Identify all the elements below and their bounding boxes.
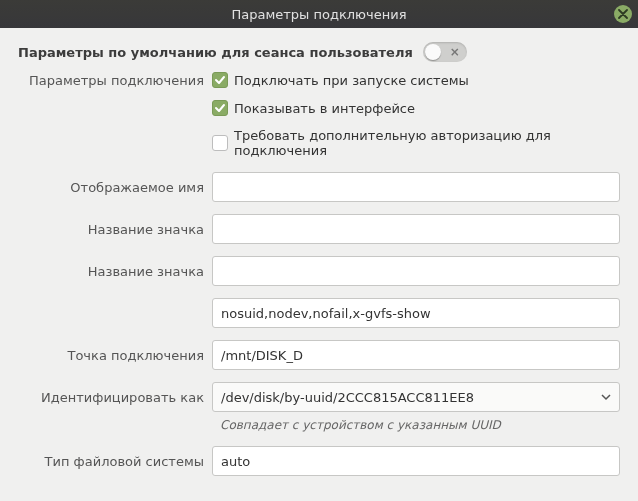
switch-off-indicator: × bbox=[450, 44, 460, 60]
show-in-ui-label[interactable]: Показывать в интерфейсе bbox=[234, 101, 415, 116]
fs-type-input[interactable] bbox=[212, 446, 620, 476]
dialog-content: Параметры по умолчанию для сеанса пользо… bbox=[0, 28, 638, 500]
mount-point-label: Точка подключения bbox=[18, 348, 212, 363]
icon-name2-label: Название значка bbox=[18, 264, 212, 279]
identify-as-label: Идентифицировать как bbox=[18, 390, 212, 405]
identify-as-combo[interactable]: /dev/disk/by-uuid/2CCC815ACC811EE8 bbox=[212, 382, 620, 412]
mount-at-startup-label[interactable]: Подключать при запуске системы bbox=[234, 73, 469, 88]
display-name-input[interactable] bbox=[212, 172, 620, 202]
check-icon bbox=[214, 102, 226, 114]
switch-knob bbox=[425, 44, 441, 60]
icon-name-label: Название значка bbox=[18, 222, 212, 237]
identify-as-value: /dev/disk/by-uuid/2CCC815ACC811EE8 bbox=[221, 390, 474, 405]
titlebar: Параметры подключения bbox=[0, 0, 638, 28]
chevron-down-icon bbox=[601, 390, 611, 405]
mount-at-startup-checkbox[interactable] bbox=[212, 72, 228, 88]
icon-name2-input[interactable] bbox=[212, 256, 620, 286]
close-icon bbox=[618, 9, 628, 19]
close-button[interactable] bbox=[614, 5, 632, 23]
identify-as-hint: Совпадает с устройством с указанным UUID bbox=[220, 418, 620, 432]
mount-point-input[interactable] bbox=[212, 340, 620, 370]
icon-name-input[interactable] bbox=[212, 214, 620, 244]
fs-type-label: Тип файловой системы bbox=[18, 454, 212, 469]
require-auth-label[interactable]: Требовать дополнительную авторизацию для… bbox=[234, 128, 620, 158]
display-name-label: Отображаемое имя bbox=[18, 180, 212, 195]
defaults-label: Параметры по умолчанию для сеанса пользо… bbox=[18, 45, 413, 60]
defaults-switch[interactable]: × bbox=[423, 42, 467, 62]
window-title: Параметры подключения bbox=[0, 7, 638, 22]
require-auth-checkbox[interactable] bbox=[212, 135, 228, 151]
check-icon bbox=[214, 74, 226, 86]
show-in-ui-checkbox[interactable] bbox=[212, 100, 228, 116]
mount-options-input[interactable] bbox=[212, 298, 620, 328]
connection-params-label: Параметры подключения bbox=[18, 73, 212, 88]
